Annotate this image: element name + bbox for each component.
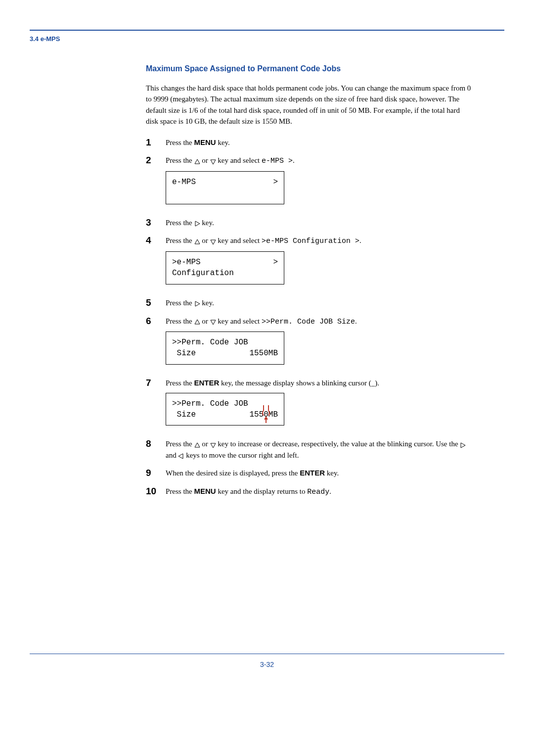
lcd-cursor-char: 0 [264,410,268,419]
top-rule [30,30,504,31]
lcd-text: > [273,177,278,188]
svg-marker-11 [264,416,268,420]
triangle-down-icon [210,155,216,167]
key-name: MENU [194,138,216,146]
lcd-text: Size [172,348,196,359]
lcd-text: Configuration [172,268,278,279]
triangle-right-icon [194,218,200,229]
lcd-text: e-MPS [172,177,196,188]
step-number: 9 [146,468,166,479]
key-name: MENU [194,487,216,495]
key-name: ENTER [300,469,325,477]
text: . [293,156,295,164]
lcd-text: >>Perm. Code JOB [172,337,278,348]
text: . [359,236,361,244]
step-text: Press the key. [166,217,472,229]
triangle-up-icon [194,316,200,328]
text: key to increase or decrease, respectivel… [216,440,460,448]
lcd-text: Size [172,409,196,420]
text: and [166,451,178,459]
bottom-rule [30,654,504,654]
step-number: 5 [146,297,166,309]
step-10: 10 Press the MENU key and the display re… [146,486,472,498]
step-text: Press the key. [166,297,472,309]
triangle-up-icon [194,155,200,167]
text: key. [200,219,214,227]
step-number: 7 [146,378,166,389]
cursor-indicator-icon [262,405,270,424]
step-6: 6 Press the or key and select >>Perm. Co… [146,316,472,328]
triangle-up-icon [194,236,200,247]
svg-marker-1 [211,160,216,164]
step-number: 8 [146,438,166,461]
text: key, the message display shows a blinkin… [219,379,379,387]
text: key. [325,469,339,477]
text: key and select [216,317,262,325]
text: or [200,317,210,325]
triangle-up-icon [194,439,200,450]
text: key and select [216,236,262,244]
section-label: 3.4 e-MPS [30,35,504,44]
triangle-down-icon [210,316,216,328]
text: or [200,236,210,244]
text: Press the [166,156,194,164]
step-number: 1 [146,137,166,148]
text: Press the [166,219,194,227]
step-number: 4 [146,235,166,247]
code-text: Ready [307,488,329,496]
text: key. [216,139,230,146]
lcd-text: 1550MB [249,348,278,359]
step-5: 5 Press the key. [146,297,472,309]
svg-marker-13 [211,443,216,448]
text: keys to move the cursor right and left. [184,451,299,459]
text: key and the display returns to [216,487,308,495]
step-text: Press the or key and select >e-MPS Confi… [166,235,472,247]
text: key. [200,299,214,307]
triangle-right-icon [460,439,466,450]
intro-paragraph: This changes the hard disk space that ho… [146,83,472,127]
svg-marker-5 [195,301,200,306]
text: Press the [166,299,194,307]
step-4: 4 Press the or key and select >e-MPS Con… [146,235,472,247]
svg-marker-3 [195,239,200,244]
text: Press the [166,379,194,387]
lcd-display-1: e-MPS> [166,171,284,204]
lcd-text: > [273,257,278,268]
step-text: Press the MENU key. [166,137,472,148]
page-number: 3-32 [30,660,504,670]
svg-marker-2 [195,221,200,226]
svg-marker-6 [195,320,200,324]
triangle-left-icon [178,450,184,462]
code-text: >>Perm. Code JOB Size [262,318,355,326]
svg-marker-15 [178,454,183,459]
text: . [355,317,357,325]
text: Press the [166,317,194,325]
step-1: 1 Press the MENU key. [146,137,472,148]
svg-marker-7 [211,320,216,325]
step-9: 9 When the desired size is displayed, pr… [146,468,472,479]
text: . [329,487,331,495]
lcd-display-4: >>Perm. Code JOB Size1550MB [166,393,284,426]
text: key and select [216,156,262,164]
step-text: Press the or key and select e-MPS >. [166,155,472,167]
svg-marker-14 [461,443,465,448]
text: or [200,440,210,448]
svg-marker-0 [195,159,200,164]
step-text: Press the or key and select >>Perm. Code… [166,316,472,328]
step-3: 3 Press the key. [146,217,472,229]
step-text: Press the ENTER key, the message display… [166,378,472,389]
text: Press the [166,236,194,244]
triangle-down-icon [210,439,216,450]
code-text: e-MPS > [262,157,293,165]
step-2: 2 Press the or key and select e-MPS >. [146,155,472,167]
text: When the desired size is displayed, pres… [166,469,300,477]
svg-marker-4 [211,240,216,244]
step-number: 6 [146,316,166,328]
step-text: Press the MENU key and the display retur… [166,486,472,498]
text: Press the [166,487,194,495]
step-text: Press the or key to increase or decrease… [166,438,472,461]
text: Press the [166,440,194,448]
code-text: >e-MPS Configuration > [262,237,359,245]
step-7: 7 Press the ENTER key, the message displ… [146,378,472,389]
text: Press the [166,139,194,146]
